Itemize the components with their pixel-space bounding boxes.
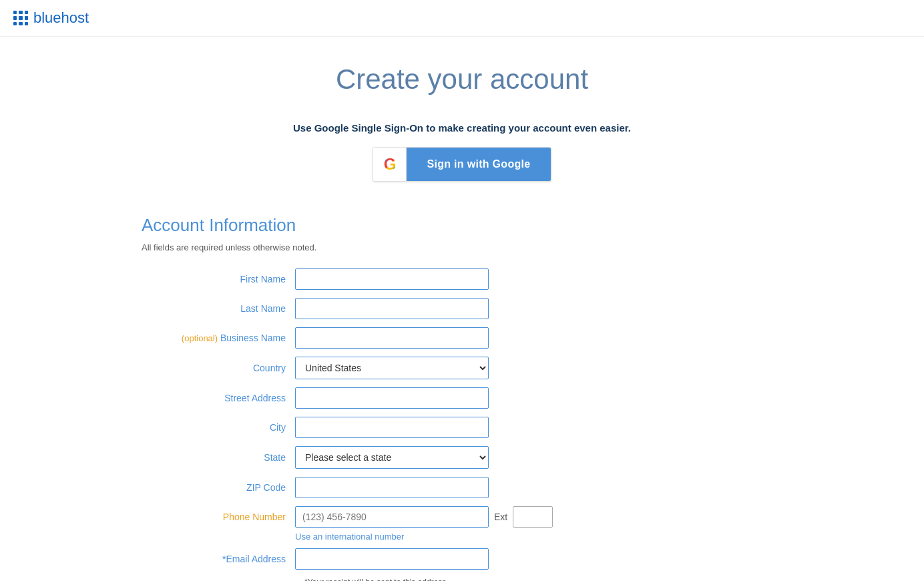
country-row: Country United States Canada United King… xyxy=(142,357,782,379)
first-name-row: First Name xyxy=(142,268,782,290)
phone-input[interactable] xyxy=(295,506,489,528)
email-note: *Your receipt will be sent to this addre… xyxy=(304,578,782,581)
phone-number-label: Phone Number xyxy=(142,512,295,522)
optional-tag: (optional) xyxy=(182,333,218,343)
account-info-title: Account Information xyxy=(142,215,782,236)
state-select[interactable]: Please select a state Alabama Alaska Ari… xyxy=(295,446,489,469)
phone-ext-input[interactable] xyxy=(513,506,553,528)
google-sso-section: Use Google Single Sign-On to make creati… xyxy=(142,122,782,182)
logo-text: bluehost xyxy=(33,9,89,27)
account-info-section: Account Information All fields are requi… xyxy=(142,215,782,581)
last-name-label: Last Name xyxy=(142,303,295,314)
zip-code-row: ZIP Code xyxy=(142,477,782,498)
last-name-input[interactable] xyxy=(295,298,489,319)
email-label: *Email Address xyxy=(142,554,295,564)
first-name-input[interactable] xyxy=(295,268,489,290)
required-note: All fields are required unless otherwise… xyxy=(142,242,782,252)
street-address-row: Street Address xyxy=(142,387,782,409)
city-input[interactable] xyxy=(295,417,489,438)
street-address-label: Street Address xyxy=(142,393,295,403)
phone-input-group: Ext xyxy=(295,506,553,528)
first-name-label: First Name xyxy=(142,274,295,284)
phone-number-row: Phone Number Ext xyxy=(142,506,782,528)
page-title: Create your account xyxy=(142,63,782,95)
google-signin-label: Sign in with Google xyxy=(407,148,550,181)
zip-code-input[interactable] xyxy=(295,477,489,498)
email-row: *Email Address xyxy=(142,548,782,570)
zip-code-label: ZIP Code xyxy=(142,482,295,493)
country-label: Country xyxy=(142,363,295,373)
intl-number-link[interactable]: Use an international number xyxy=(295,532,782,542)
business-name-row: (optional) Business Name xyxy=(142,327,782,349)
last-name-row: Last Name xyxy=(142,298,782,319)
business-name-label: (optional) Business Name xyxy=(142,333,295,343)
logo-grid-icon xyxy=(13,11,28,25)
google-g-icon: G xyxy=(384,155,397,174)
street-address-input[interactable] xyxy=(295,387,489,409)
country-select[interactable]: United States Canada United Kingdom Aust… xyxy=(295,357,489,379)
main-content: Create your account Use Google Single Si… xyxy=(128,37,796,581)
ext-label: Ext xyxy=(494,512,507,522)
city-row: City xyxy=(142,417,782,438)
business-name-input[interactable] xyxy=(295,327,489,349)
google-sso-description: Use Google Single Sign-On to make creati… xyxy=(142,122,782,134)
email-input[interactable] xyxy=(295,548,489,570)
google-signin-button[interactable]: G Sign in with Google xyxy=(373,147,551,182)
google-icon-wrapper: G xyxy=(373,148,407,181)
state-row: State Please select a state Alabama Alas… xyxy=(142,446,782,469)
state-label: State xyxy=(142,452,295,463)
city-label: City xyxy=(142,422,295,433)
header: bluehost xyxy=(0,0,924,37)
